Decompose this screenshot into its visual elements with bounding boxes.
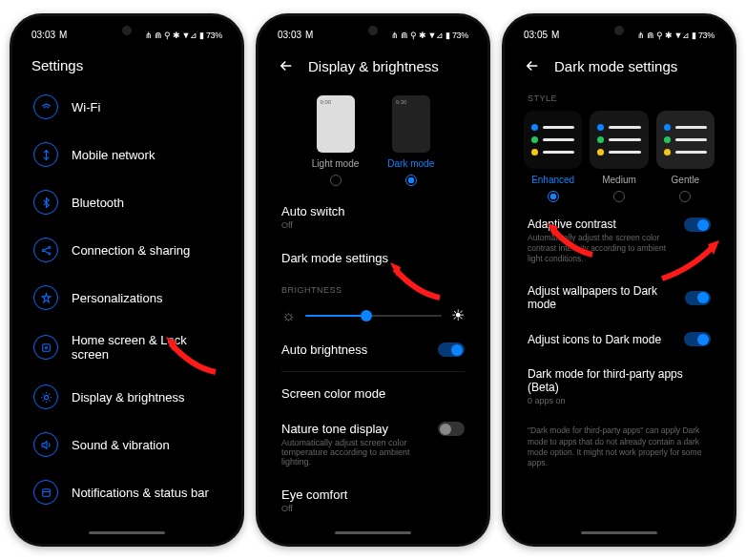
toggle-on[interactable]: [438, 342, 465, 357]
toggle-on[interactable]: [684, 218, 711, 232]
status-time: 03:03: [278, 30, 301, 40]
style-selector: Enhanced Medium: [510, 107, 728, 208]
mode-label: Light mode: [312, 158, 359, 169]
screen-color-mode-row[interactable]: Screen color mode: [264, 376, 482, 411]
theme-mode-selector: Light mode Dark mode: [264, 84, 482, 194]
row-title: Adjust wallpapers to Dark mode: [528, 284, 685, 311]
opt-sub: Off: [281, 504, 465, 513]
row-label: Display & brightness: [72, 390, 185, 404]
opt-title: Eye comfort: [281, 487, 465, 502]
settings-row-wifi[interactable]: Wi-Fi: [18, 83, 236, 131]
icons-row[interactable]: Adjust icons to Dark mode: [510, 321, 728, 357]
header: Settings: [18, 44, 236, 83]
row-label: Notifications & status bar: [72, 486, 209, 500]
home-icon: [33, 335, 58, 360]
section-style: STYLE: [510, 84, 728, 107]
toggle-off[interactable]: [438, 422, 465, 436]
status-icons: ⋔ ⋒ ⚲ ✱ ▼⊿ ▮ 73%: [391, 31, 468, 40]
settings-row-notifications[interactable]: Notifications & status bar: [18, 468, 236, 516]
home-indicator[interactable]: [89, 531, 165, 534]
radio-unselected[interactable]: [613, 191, 625, 202]
back-button[interactable]: [524, 57, 541, 74]
radio-unselected[interactable]: [330, 175, 342, 186]
theme-icon: [33, 285, 58, 310]
toggle-on[interactable]: [684, 332, 711, 346]
style-medium[interactable]: Medium: [590, 111, 648, 202]
brightness-icon: [33, 384, 58, 409]
opt-sub: Automatically adjust screen color temper…: [281, 438, 438, 467]
radio-selected[interactable]: [405, 175, 417, 186]
svg-rect-3: [42, 343, 50, 351]
camera-notch: [368, 26, 378, 35]
camera-notch: [122, 26, 132, 35]
status-icons: ⋔ ⋒ ⚲ ✱ ▼⊿ ▮ 73%: [637, 31, 715, 40]
mail-icon: M: [305, 30, 313, 40]
settings-row-connection[interactable]: Connection & sharing: [18, 226, 236, 274]
svg-point-5: [44, 395, 48, 399]
svg-rect-6: [42, 488, 50, 496]
back-button[interactable]: [278, 57, 295, 74]
footnote: "Dark mode for third-party apps" can app…: [510, 416, 728, 477]
home-indicator[interactable]: [335, 531, 411, 534]
auto-switch-row[interactable]: Auto switch Off: [264, 194, 482, 240]
row-label: Sound & vibration: [72, 438, 170, 452]
nature-tone-row[interactable]: Nature tone display Automatically adjust…: [264, 411, 482, 477]
opt-sub: Off: [281, 220, 465, 230]
style-label: Gentle: [672, 175, 699, 185]
row-sub: 0 apps on: [528, 396, 711, 405]
status-icons: ⋔ ⋒ ⚲ ✱ ▼⊿ ▮ 73%: [145, 31, 222, 40]
dark-mode-option[interactable]: Dark mode: [387, 95, 434, 186]
mobile-icon: [33, 142, 58, 167]
opt-title: Nature tone display: [281, 422, 438, 436]
svg-point-1: [48, 246, 50, 248]
radio-unselected[interactable]: [679, 191, 691, 202]
wallpapers-row[interactable]: Adjust wallpapers to Dark mode: [510, 274, 728, 321]
row-label: Wi-Fi: [72, 100, 100, 114]
adaptive-contrast-row[interactable]: Adaptive contrast Automatically adjust t…: [510, 208, 728, 274]
phone-settings: 03:03 M ⋔ ⋒ ⚲ ✱ ▼⊿ ▮ 73% Settings Wi-Fi …: [10, 13, 244, 547]
eye-comfort-row[interactable]: Eye comfort Off: [264, 477, 482, 524]
section-brightness: BRIGHTNESS: [264, 276, 482, 299]
opt-title: Auto brightness: [281, 342, 367, 357]
style-enhanced[interactable]: Enhanced: [524, 111, 582, 202]
light-thumb: [317, 95, 355, 153]
row-title: Adaptive contrast: [528, 218, 674, 231]
auto-brightness-row[interactable]: Auto brightness: [264, 332, 482, 367]
camera-notch: [614, 26, 624, 35]
row-label: Home screen & Lock screen: [72, 333, 220, 362]
settings-row-personalizations[interactable]: Personalizations: [18, 274, 236, 321]
light-mode-option[interactable]: Light mode: [312, 95, 359, 186]
page-title: Dark mode settings: [554, 58, 677, 74]
sun-low-icon: ☼: [281, 307, 296, 324]
brightness-slider[interactable]: [305, 315, 442, 317]
share-icon: [33, 238, 58, 262]
third-party-row[interactable]: Dark mode for third-party apps (Beta) 0 …: [510, 357, 728, 416]
home-indicator[interactable]: [581, 531, 657, 534]
row-label: Connection & sharing: [72, 243, 190, 258]
toggle-on[interactable]: [685, 291, 711, 305]
row-sub: Automatically adjust the screen color co…: [528, 233, 674, 264]
sun-high-icon: ☀: [451, 306, 465, 324]
phone-dark-mode-settings: 03:05 M ⋔ ⋒ ⚲ ✱ ▼⊿ ▮ 73% Dark mode setti…: [502, 13, 736, 547]
divider: [281, 371, 465, 372]
opt-title: Dark mode settings: [281, 251, 465, 265]
mode-label: Dark mode: [387, 158, 434, 169]
header: Display & brightness: [264, 44, 482, 84]
row-label: Bluetooth: [72, 196, 124, 210]
opt-title: Auto switch: [281, 204, 465, 218]
row-title: Adjust icons to Dark mode: [528, 333, 661, 346]
settings-row-homescreen[interactable]: Home screen & Lock screen: [18, 321, 236, 373]
settings-row-sound[interactable]: Sound & vibration: [18, 421, 236, 468]
dark-mode-settings-row[interactable]: Dark mode settings: [264, 240, 482, 276]
settings-row-display[interactable]: Display & brightness: [18, 373, 236, 421]
status-time: 03:05: [524, 30, 548, 40]
settings-row-bluetooth[interactable]: Bluetooth: [18, 178, 236, 226]
settings-list[interactable]: Wi-Fi Mobile network Bluetooth Connectio…: [18, 83, 236, 538]
svg-point-4: [45, 346, 47, 348]
radio-selected[interactable]: [548, 191, 559, 202]
style-label: Medium: [602, 175, 636, 185]
settings-row-mobile[interactable]: Mobile network: [18, 131, 236, 178]
svg-point-0: [42, 249, 44, 251]
mail-icon: M: [59, 30, 67, 40]
style-gentle[interactable]: Gentle: [656, 111, 715, 202]
